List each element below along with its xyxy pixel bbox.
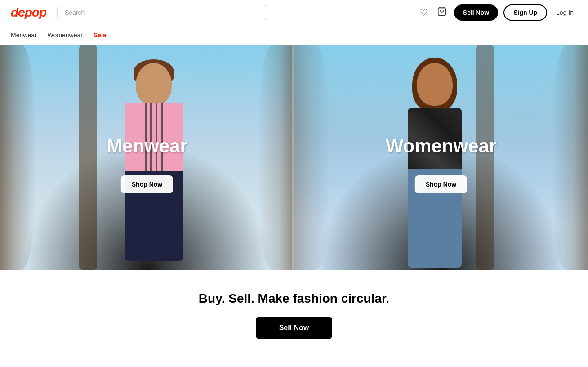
cta-headline: Buy. Sell. Make fashion circular. bbox=[11, 291, 577, 306]
nav: Menwear Womenwear Sale bbox=[0, 25, 588, 45]
womenwear-label: Womenwear bbox=[386, 135, 497, 157]
male-css-art bbox=[86, 54, 221, 270]
womenwear-panel[interactable]: Womenwear Shop Now bbox=[294, 45, 588, 270]
head bbox=[417, 63, 453, 106]
sell-now-cta-button[interactable]: Sell Now bbox=[256, 317, 333, 339]
palm-left-right-panel bbox=[294, 45, 330, 270]
sign-up-button[interactable]: Sign Up bbox=[503, 4, 547, 21]
logo[interactable]: depop bbox=[11, 5, 46, 20]
search-container bbox=[57, 5, 267, 20]
header-actions: ♡ Sell Now Sign Up Log In bbox=[418, 4, 577, 21]
menwear-shop-now-button[interactable]: Shop Now bbox=[121, 175, 173, 193]
head bbox=[136, 63, 172, 106]
hero-section: Menwear Shop Now Womenwear Shop Now bbox=[0, 45, 588, 270]
log-in-button[interactable]: Log In bbox=[552, 5, 577, 20]
header: depop ♡ Sell Now Sign Up Log In bbox=[0, 0, 588, 25]
panel-divider bbox=[292, 45, 294, 270]
female-model-image bbox=[372, 54, 498, 270]
nav-item-menwear[interactable]: Menwear bbox=[11, 31, 37, 39]
search-input[interactable] bbox=[57, 5, 267, 20]
female-css-art bbox=[372, 54, 498, 270]
menwear-label: Menwear bbox=[107, 135, 187, 157]
palm-right-right-panel bbox=[552, 45, 588, 270]
male-model-image bbox=[86, 54, 221, 270]
bag-icon bbox=[437, 6, 447, 18]
cta-section: Buy. Sell. Make fashion circular. Sell N… bbox=[0, 270, 588, 361]
palm-left-decoration bbox=[0, 45, 36, 270]
nav-item-womenwear[interactable]: Womenwear bbox=[48, 31, 83, 39]
sell-now-header-button[interactable]: Sell Now bbox=[454, 4, 498, 21]
womenwear-shop-now-button[interactable]: Shop Now bbox=[415, 175, 467, 193]
nav-item-sale[interactable]: Sale bbox=[94, 31, 107, 39]
menwear-panel[interactable]: Menwear Shop Now bbox=[0, 45, 294, 270]
palm-right-left-panel-decoration bbox=[258, 45, 294, 270]
heart-icon: ♡ bbox=[420, 7, 428, 18]
cart-button[interactable] bbox=[435, 4, 449, 20]
wishlist-button[interactable]: ♡ bbox=[418, 5, 430, 20]
